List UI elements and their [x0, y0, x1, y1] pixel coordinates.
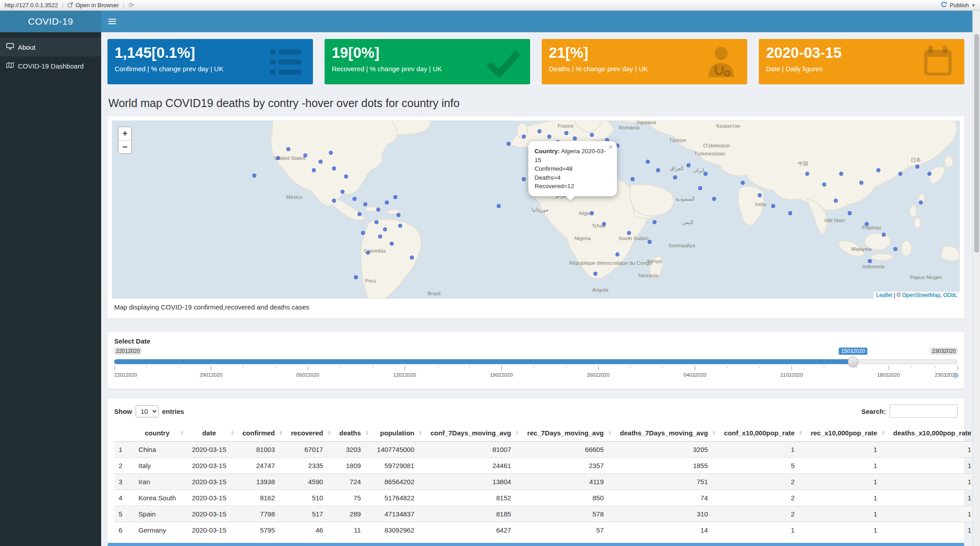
map-marker[interactable]	[354, 275, 358, 279]
map-marker[interactable]	[882, 232, 886, 236]
map-marker[interactable]	[788, 211, 792, 215]
map-marker[interactable]	[847, 211, 852, 215]
map-marker[interactable]	[252, 174, 257, 178]
map-marker[interactable]	[341, 190, 345, 194]
slider-handle[interactable]	[848, 357, 858, 367]
column-header-deaths_x10,000pop_rate[interactable]: deaths_x10,000pop_rate	[889, 425, 972, 442]
table-row[interactable]: 3Iran2020-03-151393845907248656420213804…	[114, 474, 972, 490]
map-marker[interactable]	[565, 131, 569, 135]
map-marker[interactable]	[899, 172, 903, 176]
column-header-rec_7Days_moving_avg[interactable]: rec_7Days_moving_avg	[523, 425, 616, 442]
page-size-select[interactable]: 10	[136, 405, 158, 417]
map-marker[interactable]	[352, 197, 356, 201]
table-row[interactable]: 6Germany2020-03-155795461183092962642757…	[114, 522, 972, 538]
map-marker[interactable]	[303, 153, 307, 157]
map-marker[interactable]	[374, 220, 378, 224]
map-marker[interactable]	[916, 165, 920, 169]
map-marker[interactable]	[393, 195, 397, 199]
map-marker[interactable]	[653, 220, 657, 224]
zoom-out-button[interactable]: −	[119, 140, 131, 153]
map-marker[interactable]	[927, 172, 931, 176]
refresh-icon[interactable]: ⟳	[128, 1, 134, 9]
table-row[interactable]: 4Korea South2020-03-15816251075517648228…	[114, 490, 972, 506]
world-map[interactable]: United StatesMéxicoColombiaPerúBrasilNig…	[112, 120, 960, 299]
map-marker[interactable]	[364, 202, 368, 206]
sidebar-toggle-icon[interactable]	[101, 11, 123, 32]
map-marker[interactable]	[332, 167, 336, 171]
map-marker[interactable]	[573, 136, 577, 140]
map-marker[interactable]	[771, 204, 775, 208]
map-marker[interactable]	[834, 199, 838, 203]
table-row[interactable]: 2Italy2020-03-15247472335180959729081244…	[114, 458, 972, 474]
map-marker[interactable]	[673, 176, 677, 180]
map-marker[interactable]	[344, 175, 348, 179]
map-marker[interactable]	[822, 183, 826, 187]
map-marker[interactable]	[329, 150, 333, 155]
map-marker[interactable]	[548, 134, 552, 138]
map-marker[interactable]	[864, 222, 869, 226]
map-marker[interactable]	[376, 208, 380, 212]
map-marker[interactable]	[630, 177, 634, 181]
map-marker[interactable]	[646, 159, 650, 163]
map-marker[interactable]	[361, 231, 365, 235]
map-marker[interactable]	[615, 252, 619, 256]
close-icon[interactable]: ×	[608, 143, 613, 151]
column-header-deaths_7Days_moving_avg[interactable]: deaths_7Days_moving_avg	[616, 425, 720, 442]
map-marker[interactable]	[522, 177, 526, 181]
map-marker[interactable]	[712, 197, 716, 201]
map-marker[interactable]	[656, 168, 660, 172]
chevron-down-icon[interactable]: ▼	[971, 3, 976, 8]
map-marker[interactable]	[507, 142, 511, 146]
column-header-recovered[interactable]: recovered	[287, 425, 335, 442]
column-header-confirmed[interactable]: confirmed	[238, 425, 287, 442]
map-marker[interactable]	[894, 247, 898, 251]
map-marker[interactable]	[522, 134, 526, 138]
map-marker[interactable]	[703, 172, 707, 176]
map-marker[interactable]	[332, 199, 336, 203]
publish-button[interactable]: Publish	[950, 2, 969, 9]
vertical-scrollbar[interactable]	[972, 11, 980, 546]
map-marker[interactable]	[286, 147, 290, 151]
odbl-link[interactable]: ODbL	[943, 292, 957, 298]
map-marker[interactable]	[868, 259, 872, 263]
map-marker[interactable]	[877, 168, 881, 172]
column-header-conf_7Days_moving_avg[interactable]: conf_7Days_moving_avg	[426, 425, 523, 442]
leaflet-link[interactable]: Leaflet	[876, 292, 892, 298]
table-row[interactable]: 5Spain2020-03-15779851728947134837818557…	[114, 506, 972, 522]
map-marker[interactable]	[590, 211, 594, 215]
map-marker[interactable]	[698, 186, 702, 190]
column-header-country[interactable]: country	[134, 425, 187, 442]
map-marker[interactable]	[358, 212, 362, 216]
play-icon[interactable]	[954, 373, 959, 379]
map-marker[interactable]	[385, 201, 389, 205]
map-marker[interactable]	[602, 222, 606, 226]
map-marker[interactable]	[496, 204, 501, 208]
map-marker[interactable]	[741, 181, 745, 185]
map-marker[interactable]	[410, 256, 414, 260]
map-marker[interactable]	[378, 234, 382, 238]
map-marker[interactable]	[398, 224, 402, 228]
column-header-rec_x10,000pop_rate[interactable]: rec_x10,000pop_rate	[806, 425, 889, 442]
horizontal-scrollbar[interactable]	[107, 543, 964, 546]
map-marker[interactable]	[312, 168, 316, 172]
map-marker[interactable]	[839, 172, 843, 176]
map-marker[interactable]	[919, 201, 923, 205]
zoom-in-button[interactable]: +	[119, 127, 131, 140]
column-header-date[interactable]: date	[188, 425, 238, 442]
map-marker[interactable]	[647, 240, 651, 244]
column-header-conf_x10,000pop_rate[interactable]: conf_x10,000pop_rate	[719, 425, 806, 442]
map-marker[interactable]	[758, 193, 762, 198]
open-in-browser-button[interactable]: Open in Browser	[68, 2, 119, 9]
map-marker[interactable]	[593, 272, 597, 276]
map-marker[interactable]	[686, 163, 690, 167]
scrollbar-thumb[interactable]	[974, 34, 979, 253]
map-marker[interactable]	[383, 227, 387, 231]
map-marker[interactable]	[318, 159, 322, 163]
map-marker[interactable]	[390, 241, 394, 245]
map-marker[interactable]	[397, 213, 401, 217]
column-header-population[interactable]: population	[372, 425, 426, 442]
table-row[interactable]: 1China2020-03-15810036701732031407745000…	[114, 442, 972, 458]
sidebar-item-dashboard[interactable]: COVID-19 Dashboard	[0, 56, 101, 75]
map-marker[interactable]	[537, 129, 541, 133]
column-header-deaths[interactable]: deaths	[335, 425, 372, 442]
